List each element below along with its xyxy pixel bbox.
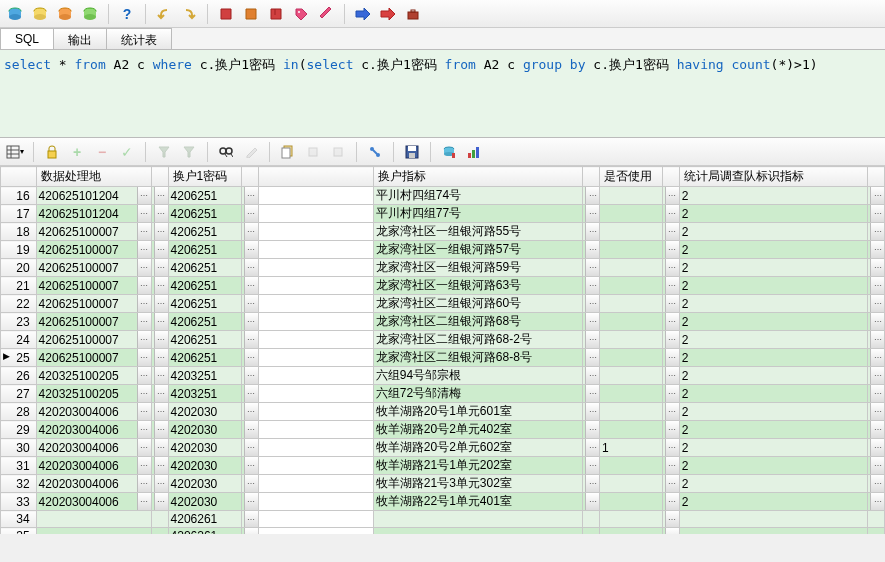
brush-icon[interactable] bbox=[315, 3, 337, 25]
cell-btn-col[interactable]: ⋯ bbox=[583, 421, 600, 439]
undo-icon[interactable] bbox=[153, 3, 175, 25]
cell-btn-col[interactable]: ⋯ bbox=[583, 385, 600, 403]
cell-btn-col[interactable] bbox=[151, 511, 168, 528]
cell-btn-col[interactable]: ⋯ bbox=[583, 313, 600, 331]
cell-ellipsis-icon[interactable]: ⋯ bbox=[154, 331, 168, 348]
cell-btn-col[interactable]: ⋯ bbox=[151, 349, 168, 367]
cell-ellipsis-icon[interactable]: ⋯ bbox=[665, 511, 679, 527]
cell-btn-col[interactable]: ⋯ bbox=[241, 403, 258, 421]
cell[interactable]: 2 bbox=[679, 475, 868, 493]
cell-ellipsis-icon[interactable]: ⋯ bbox=[154, 313, 168, 330]
cell[interactable]: 4206251 bbox=[168, 223, 241, 241]
cell-btn-col[interactable]: ⋯ bbox=[241, 528, 258, 535]
row-number[interactable]: 33 bbox=[1, 493, 37, 511]
cell-btn-col[interactable]: ⋯ bbox=[241, 223, 258, 241]
cell[interactable]: 平川村四组77号 bbox=[373, 205, 582, 223]
cell-btn-col[interactable]: ⋯ bbox=[662, 367, 679, 385]
cell-btn-col[interactable]: ⋯ bbox=[151, 367, 168, 385]
cell-btn-col[interactable]: ⋯ bbox=[241, 511, 258, 528]
cell-btn-col[interactable]: ⋯ bbox=[583, 241, 600, 259]
cell-ellipsis-icon[interactable]: ⋯ bbox=[585, 403, 599, 420]
link-icon[interactable] bbox=[364, 141, 386, 163]
cell[interactable]: 龙家湾社区一组银河路55号 bbox=[373, 223, 582, 241]
cell[interactable] bbox=[600, 511, 663, 528]
cell[interactable]: 4206251 bbox=[168, 349, 241, 367]
cell-ellipsis-icon[interactable]: ⋯ bbox=[870, 493, 884, 510]
col-header[interactable] bbox=[1, 167, 37, 187]
sql-editor[interactable]: select * from A2 c where c.换户1密码 in(sele… bbox=[0, 50, 885, 138]
cell-btn-col[interactable]: ⋯ bbox=[151, 493, 168, 511]
cell-btn-col[interactable]: ⋯ bbox=[241, 439, 258, 457]
cell[interactable]: 2 bbox=[679, 421, 868, 439]
cell-btn-col[interactable]: ⋯ bbox=[868, 187, 885, 205]
book-red2-icon[interactable] bbox=[265, 3, 287, 25]
row-number[interactable]: 30 bbox=[1, 439, 37, 457]
cell-btn-col[interactable]: ⋯ bbox=[583, 403, 600, 421]
cell-btn-col[interactable]: ⋯ bbox=[662, 511, 679, 528]
cell-ellipsis-icon[interactable]: ⋯ bbox=[244, 475, 258, 492]
cell[interactable]: 420625100007⋯ bbox=[36, 295, 151, 313]
cell[interactable]: 420625100007⋯ bbox=[36, 241, 151, 259]
cell-btn-col[interactable]: ⋯ bbox=[868, 313, 885, 331]
cell[interactable] bbox=[600, 493, 663, 511]
cell-btn-col[interactable]: ⋯ bbox=[868, 205, 885, 223]
cell-ellipsis-icon[interactable]: ⋯ bbox=[585, 295, 599, 312]
cell-btn-col[interactable]: ⋯ bbox=[583, 187, 600, 205]
cell[interactable] bbox=[36, 528, 151, 535]
cell[interactable]: 2 bbox=[679, 367, 868, 385]
row-number[interactable]: 32 bbox=[1, 475, 37, 493]
col-header[interactable]: 数据处理地 bbox=[36, 167, 151, 187]
cell-btn-col[interactable]: ⋯ bbox=[151, 421, 168, 439]
cell-ellipsis-icon[interactable]: ⋯ bbox=[665, 313, 679, 330]
cell[interactable]: 4203251 bbox=[168, 385, 241, 403]
cell[interactable]: 2 bbox=[679, 259, 868, 277]
commit-icon[interactable]: ✓ bbox=[116, 141, 138, 163]
cell[interactable]: 2 bbox=[679, 403, 868, 421]
cell[interactable]: 2 bbox=[679, 313, 868, 331]
cell-btn-col[interactable]: ⋯ bbox=[241, 385, 258, 403]
cell-btn-col[interactable]: ⋯ bbox=[241, 187, 258, 205]
cell-btn-col[interactable]: ⋯ bbox=[241, 313, 258, 331]
cell-ellipsis-icon[interactable]: ⋯ bbox=[870, 439, 884, 456]
edit-icon[interactable] bbox=[240, 141, 262, 163]
row-number[interactable]: 34 bbox=[1, 511, 37, 528]
cell-ellipsis-icon[interactable]: ⋯ bbox=[137, 187, 151, 204]
cell[interactable] bbox=[600, 403, 663, 421]
delete-row-icon[interactable]: − bbox=[91, 141, 113, 163]
cell-ellipsis-icon[interactable]: ⋯ bbox=[665, 331, 679, 348]
cylinder-green-icon[interactable] bbox=[79, 3, 101, 25]
cell-btn-col[interactable]: ⋯ bbox=[151, 457, 168, 475]
cell-btn-col[interactable]: ⋯ bbox=[868, 403, 885, 421]
cell-btn-col[interactable]: ⋯ bbox=[662, 421, 679, 439]
cell-btn-col[interactable]: ⋯ bbox=[662, 295, 679, 313]
cell-btn-col[interactable] bbox=[583, 528, 600, 535]
cell[interactable] bbox=[600, 241, 663, 259]
save-icon[interactable] bbox=[401, 141, 423, 163]
cell[interactable]: 龙家湾社区二组银河路68-2号 bbox=[373, 331, 582, 349]
row-number[interactable]: 28 bbox=[1, 403, 37, 421]
cell-btn-col[interactable]: ⋯ bbox=[151, 223, 168, 241]
cell-ellipsis-icon[interactable]: ⋯ bbox=[585, 223, 599, 240]
cell-btn-col[interactable]: ⋯ bbox=[583, 331, 600, 349]
cell[interactable]: 六组72号邹清梅 bbox=[373, 385, 582, 403]
cell-ellipsis-icon[interactable]: ⋯ bbox=[870, 313, 884, 330]
row-number[interactable]: 26 bbox=[1, 367, 37, 385]
cell-btn-col[interactable]: ⋯ bbox=[662, 475, 679, 493]
cell-ellipsis-icon[interactable]: ⋯ bbox=[870, 421, 884, 438]
cell[interactable] bbox=[600, 385, 663, 403]
cell-ellipsis-icon[interactable]: ⋯ bbox=[137, 385, 151, 402]
cell-ellipsis-icon[interactable]: ⋯ bbox=[665, 241, 679, 258]
col-header[interactable] bbox=[258, 167, 373, 187]
cell-btn-col[interactable]: ⋯ bbox=[868, 277, 885, 295]
cell-ellipsis-icon[interactable]: ⋯ bbox=[137, 349, 151, 366]
cell-ellipsis-icon[interactable]: ⋯ bbox=[870, 205, 884, 222]
cell-ellipsis-icon[interactable]: ⋯ bbox=[585, 187, 599, 204]
cell[interactable] bbox=[373, 528, 582, 535]
cell-btn-col[interactable]: ⋯ bbox=[151, 475, 168, 493]
cell[interactable]: 1 bbox=[600, 439, 663, 457]
col-header[interactable] bbox=[583, 167, 600, 187]
row-number[interactable]: 24 bbox=[1, 331, 37, 349]
cell-ellipsis-icon[interactable]: ⋯ bbox=[244, 385, 258, 402]
grid-layout-icon[interactable]: ▾ bbox=[4, 141, 26, 163]
cell[interactable]: 4206261 bbox=[168, 511, 241, 528]
